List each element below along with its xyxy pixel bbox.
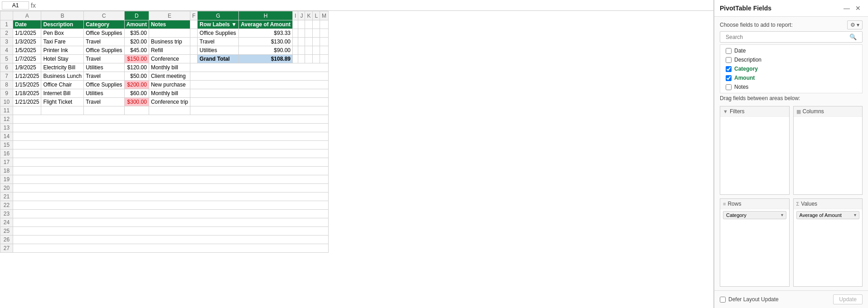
pivot-cell-h5[interactable]: $108.89 (239, 55, 293, 63)
cell-a11[interactable] (13, 106, 41, 115)
formula-input[interactable] (38, 2, 712, 9)
cell-e9[interactable]: Monthly bill (149, 89, 190, 98)
search-input[interactable] (726, 34, 849, 40)
col-header-j[interactable]: J (298, 11, 305, 20)
pivot-cell-h1[interactable]: Average of Amount (239, 20, 293, 29)
pivot-cell-h4[interactable]: $90.00 (239, 46, 293, 55)
col-header-k[interactable]: K (305, 11, 313, 20)
col-header-g[interactable]: G (198, 11, 239, 20)
drop-zone-rows[interactable]: ≡ Rows Category ▾ (720, 198, 790, 287)
cell-a8[interactable]: 1/15/2025 (13, 81, 41, 89)
close-button[interactable]: ✕ (853, 4, 863, 13)
cell-e5[interactable]: Conference (149, 55, 190, 63)
col-header-m[interactable]: M (320, 11, 329, 20)
drop-zone-columns[interactable]: ▦ Columns (793, 106, 863, 195)
cell-c3[interactable]: Travel (84, 38, 125, 46)
cell-a2[interactable]: 1/1/2025 (13, 29, 41, 38)
cell-c5[interactable]: Travel (84, 55, 125, 63)
field-checkbox-category[interactable] (726, 66, 732, 72)
field-checkbox-date[interactable] (726, 48, 732, 54)
cell-e1[interactable]: Notes (149, 20, 190, 29)
cell-d7[interactable]: $50.00 (124, 72, 149, 81)
cell-d1[interactable]: Amount (124, 20, 149, 29)
update-button[interactable]: Update (833, 294, 863, 304)
minimize-button[interactable]: — (842, 4, 852, 13)
pivot-cell-g5[interactable]: Grand Total (198, 55, 239, 63)
cell-d8[interactable]: $200.00 (124, 81, 149, 89)
pivot-cell-g3[interactable]: Travel (198, 38, 239, 46)
cell-b6[interactable]: Electricity Bill (41, 63, 84, 72)
cell-d11[interactable] (124, 106, 149, 115)
drop-zone-filters[interactable]: ▼ Filters (720, 106, 790, 195)
search-row[interactable]: 🔍 (720, 31, 863, 43)
col-header-e[interactable]: E (149, 11, 190, 20)
col-header-c[interactable]: C (84, 11, 125, 20)
col-header-b[interactable]: B (41, 11, 84, 20)
cell-a1[interactable]: Date (13, 20, 41, 29)
cell-e3[interactable]: Business trip (149, 38, 190, 46)
cell-a4[interactable]: 1/5/2025 (13, 46, 41, 55)
rows-chip-category[interactable]: Category ▾ (723, 211, 786, 219)
cell-e11[interactable] (149, 106, 190, 115)
cell-b2[interactable]: Pen Box (41, 29, 84, 38)
name-box[interactable] (2, 1, 29, 10)
cell-a3[interactable]: 1/3/2025 (13, 38, 41, 46)
cell-d4[interactable]: $45.00 (124, 46, 149, 55)
cell-e6[interactable]: Monthly bill (149, 63, 190, 72)
cell-a10[interactable]: 1/21/2025 (13, 98, 41, 106)
cell-d6[interactable]: $120.00 (124, 63, 149, 72)
cell-d3[interactable]: $20.00 (124, 38, 149, 46)
cell-e4[interactable]: Refill (149, 46, 190, 55)
cell-c1[interactable]: Category (84, 20, 125, 29)
pivot-cell-h3[interactable]: $130.00 (239, 38, 293, 46)
cell-c11[interactable] (84, 106, 125, 115)
drop-zone-filters-header: ▼ Filters (720, 106, 789, 117)
cell-b10[interactable]: Flight Ticket (41, 98, 84, 106)
field-checkbox-notes[interactable] (726, 84, 732, 90)
cell-c8[interactable]: Office Supplies (84, 81, 125, 89)
defer-checkbox[interactable] (720, 297, 726, 303)
cell-b1[interactable]: Description (41, 20, 84, 29)
pivot-cell-g4[interactable]: Utilities (198, 46, 239, 55)
values-chip-avg-amount[interactable]: Average of Amount ▾ (796, 211, 860, 219)
cell-c6[interactable]: Utilities (84, 63, 125, 72)
cell-c9[interactable]: Utilities (84, 89, 125, 98)
cell-c2[interactable]: Office Supplies (84, 29, 125, 38)
cell-b9[interactable]: Internet Bill (41, 89, 84, 98)
cell-a9[interactable]: 1/18/2025 (13, 89, 41, 98)
cell-b11[interactable] (41, 106, 84, 115)
cell-b4[interactable]: Printer Ink (41, 46, 84, 55)
col-header-a[interactable]: A (13, 11, 41, 20)
cell-e8[interactable]: New purchase (149, 81, 190, 89)
cell-b8[interactable]: Office Chair (41, 81, 84, 89)
col-header-h[interactable]: H (239, 11, 293, 20)
col-header-f[interactable]: F (190, 11, 198, 20)
drop-zone-values[interactable]: Σ Values Average of Amount ▾ (793, 198, 863, 287)
cell-c4[interactable]: Office Supplies (84, 46, 125, 55)
pivot-cell-g1[interactable]: Row Labels ▼ (198, 20, 239, 29)
field-checkbox-amount[interactable] (726, 75, 732, 81)
cell-b5[interactable]: Hotel Stay (41, 55, 84, 63)
col-header-d[interactable]: D (124, 11, 149, 20)
cell-d10[interactable]: $300.00 (124, 98, 149, 106)
cell-c7[interactable]: Travel (84, 72, 125, 81)
pivot-cell-g2[interactable]: Office Supplies (198, 29, 239, 38)
gear-button[interactable]: ⚙ ▾ (847, 20, 863, 29)
cell-e2[interactable] (149, 29, 190, 38)
cell-d5[interactable]: $150.00 (124, 55, 149, 63)
cell-a7[interactable]: 1/12/2025 (13, 72, 41, 81)
cell-a6[interactable]: 1/9/2025 (13, 63, 41, 72)
cell-d2[interactable]: $35.00 (124, 29, 149, 38)
field-checkbox-description[interactable] (726, 57, 732, 63)
grid-container[interactable]: A B C D E F G H I J K L M 1 (0, 11, 713, 308)
cell-b3[interactable]: Taxi Fare (41, 38, 84, 46)
col-header-l[interactable]: L (313, 11, 320, 20)
cell-e7[interactable]: Client meeting (149, 72, 190, 81)
col-header-i[interactable]: I (293, 11, 298, 20)
pivot-cell-h2[interactable]: $93.33 (239, 29, 293, 38)
cell-c10[interactable]: Travel (84, 98, 125, 106)
cell-b7[interactable]: Business Lunch (41, 72, 84, 81)
cell-a5[interactable]: 1/7/2025 (13, 55, 41, 63)
cell-e10[interactable]: Conference trip (149, 98, 190, 106)
cell-d9[interactable]: $60.00 (124, 89, 149, 98)
